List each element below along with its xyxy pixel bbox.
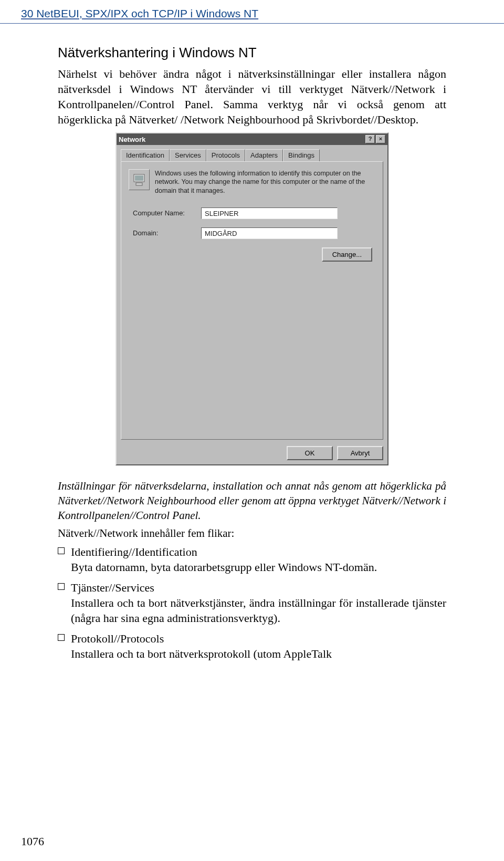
domain-value: MIDGÅRD — [201, 227, 338, 239]
square-bullet-icon — [58, 547, 65, 554]
ok-button[interactable]: OK — [287, 446, 333, 460]
flikar-line: Nätverk//Network innehåller fem flikar: — [58, 527, 446, 540]
bullet-body: Installera och ta bort nätverksprotokoll… — [71, 646, 446, 661]
tab-identification[interactable]: Identification — [121, 149, 170, 161]
computer-name-row: Computer Name: SLEIPNER — [133, 208, 375, 219]
dialog-title: Network — [119, 136, 145, 143]
list-item: Protokoll//Protocols Installera och ta b… — [58, 631, 446, 661]
bullet-body: Installera och ta bort nätverkstjänster,… — [71, 595, 446, 626]
computer-name-value: SLEIPNER — [201, 208, 338, 219]
tab-services[interactable]: Services — [170, 149, 206, 161]
info-text: Windows uses the following information t… — [155, 169, 375, 195]
cancel-button[interactable]: Avbryt — [337, 446, 383, 460]
tab-bindings[interactable]: Bindings — [283, 149, 320, 161]
chapter-line: 30 NetBEUI, SPX/IPX och TCP/IP i Windows… — [21, 7, 258, 19]
change-row: Change... — [129, 247, 375, 262]
close-button[interactable]: × — [376, 135, 385, 143]
change-button[interactable]: Change... — [322, 247, 372, 262]
tab-row: Identification Services Protocols Adapte… — [121, 149, 383, 162]
bullet-content: Tjänster//Services Installera och ta bor… — [71, 580, 446, 626]
info-row: Windows uses the following information t… — [129, 169, 375, 195]
identification-panel: Windows uses the following information t… — [121, 161, 383, 440]
chapter-header: 30 NetBEUI, SPX/IPX och TCP/IP i Windows… — [0, 0, 504, 24]
tab-protocols[interactable]: Protocols — [206, 149, 245, 161]
network-dialog: Network ? × Identification Services Prot… — [116, 132, 388, 465]
tab-description-list: Identifiering//Identification Byta dator… — [58, 544, 446, 661]
section-title: Nätverkshantering i Windows NT — [58, 45, 446, 61]
list-item: Identifiering//Identification Byta dator… — [58, 544, 446, 575]
intro-paragraph: Närhelst vi behöver ändra något i nätver… — [58, 66, 446, 127]
help-button[interactable]: ? — [365, 135, 375, 143]
bullet-content: Identifiering//Identification Byta dator… — [71, 544, 446, 575]
page-content: Nätverkshantering i Windows NT Närhelst … — [0, 24, 504, 662]
dialog-body: Identification Services Protocols Adapte… — [117, 145, 387, 464]
titlebar-buttons: ? × — [365, 135, 385, 143]
dialog-titlebar[interactable]: Network ? × — [117, 133, 387, 145]
bullet-title: Protokoll//Protocols — [71, 632, 164, 645]
square-bullet-icon — [58, 583, 65, 590]
bullet-title: Identifiering//Identification — [71, 545, 197, 558]
computer-name-label: Computer Name: — [133, 209, 201, 217]
bullet-body: Byta datornamn, byta datorarbetsgrupp el… — [71, 559, 446, 575]
svg-rect-1 — [135, 175, 143, 181]
tab-adapters[interactable]: Adapters — [245, 149, 283, 161]
page-number: 1076 — [21, 835, 44, 848]
list-item: Tjänster//Services Installera och ta bor… — [58, 580, 446, 626]
bullet-content: Protokoll//Protocols Installera och ta b… — [71, 631, 446, 661]
figure-caption: Inställningar för nätverksdelarna, insta… — [58, 479, 446, 523]
domain-row: Domain: MIDGÅRD — [133, 227, 375, 239]
svg-rect-2 — [136, 183, 142, 185]
bullet-title: Tjänster//Services — [71, 581, 154, 594]
dialog-footer: OK Avbryt — [121, 440, 383, 460]
computer-icon — [129, 169, 150, 190]
domain-label: Domain: — [133, 229, 201, 237]
square-bullet-icon — [58, 634, 65, 641]
